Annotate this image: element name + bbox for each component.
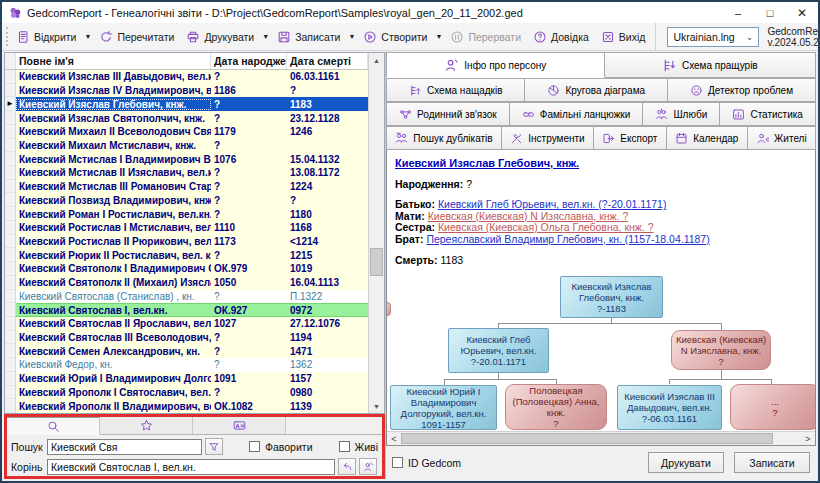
scroll-down-icon[interactable]: ▼ (369, 399, 384, 413)
tab-residents[interactable]: Жителі (748, 126, 816, 150)
table-row[interactable]: Киевский Михаил Мстиславич, кнж.? (5, 139, 368, 153)
create-play-button[interactable]: Створити (357, 25, 433, 49)
table-row[interactable]: Киевский Михаил II Всеволодович Святой, … (5, 125, 368, 139)
relation-person-link[interactable]: Киевская (Киевская) Ольга Глебовна, кнж.… (438, 221, 654, 233)
table-row[interactable]: Киевский Ростислав I Мстиславич, вел. кн… (5, 221, 368, 235)
cell-deathdate: 1362 (287, 359, 368, 370)
table-row[interactable]: Киевский Семен Александрович, кн.?1471 (5, 344, 368, 358)
tab-descendants-chart[interactable]: Схема нащадків (386, 78, 525, 102)
tab-ancestors-chart[interactable]: Схема пращурів (605, 52, 816, 78)
save-button[interactable]: Записати (734, 452, 810, 473)
table-row[interactable]: Киевский Изяслав III Давыдович, вел.кн.?… (5, 70, 368, 84)
tree-person-dates: ? (772, 407, 777, 418)
diagram-horizontal-scrollbar[interactable]: < > (387, 431, 815, 445)
table-row[interactable]: Киевский Святослав (Станислав) , кн.?П.1… (5, 290, 368, 304)
help-button[interactable]: Довідка (527, 25, 595, 49)
tab-marriages[interactable]: Шлюби (643, 102, 720, 126)
table-row[interactable]: Киевский Мстислав III Романович Старый, … (5, 180, 368, 194)
search-panel-tab-alphabet[interactable] (193, 417, 286, 434)
dropdown-arrow-icon[interactable]: ▼ (260, 33, 271, 40)
cell-deathdate: 1168 (287, 222, 368, 233)
scroll-thumb[interactable] (370, 248, 383, 276)
minimize-button[interactable]: – (722, 3, 754, 22)
scroll-right-icon[interactable]: > (801, 432, 815, 445)
filter-button[interactable] (205, 438, 223, 455)
alive-checkbox[interactable] (339, 441, 350, 452)
print-button[interactable]: Друкувати (648, 452, 724, 473)
tab-duplicates[interactable]: Пошук дублікатів (386, 126, 502, 150)
table-row[interactable]: Киевский Святополк II (Михаил) Изяславич… (5, 276, 368, 290)
tree-person-box[interactable]: Киевский Изяслав III Давыдович, вел.кн.?… (617, 385, 722, 430)
tree-person-box[interactable]: Киевская (Киевская) N Изяславна, кнж.? (671, 330, 771, 370)
table-row[interactable]: Киевский Ярополк II Владимирович, вел.кн… (5, 399, 368, 413)
column-header-deathdate[interactable]: Дата смерті (287, 53, 368, 69)
table-row[interactable]: Киевский Изяслав Святополчич, кнж.?23.12… (5, 111, 368, 125)
tab-person-info[interactable]: Інфо про персону (386, 52, 605, 78)
goto-root-button[interactable] (359, 458, 377, 475)
abort-pause-button[interactable]: Перервати (444, 25, 527, 49)
search-panel-tab-star[interactable] (100, 417, 193, 434)
table-row[interactable]: Киевский Святополк I Владимирович Окаянн… (5, 262, 368, 276)
tab-label: Детектор проблем (708, 85, 793, 96)
person-name-link[interactable]: Киевский Изяслав Глебович, кнж. (395, 157, 579, 169)
table-row[interactable]: Киевский Федор, кн.?1362 (5, 358, 368, 372)
table-row[interactable]: Киевский Ростислав II Рюрикович, вел.кн.… (5, 235, 368, 249)
table-row[interactable]: Киевский Изяслав IV Владимирович, вел.кн… (5, 84, 368, 98)
tab-problem-detector[interactable]: Детектор проблем (668, 78, 816, 102)
scroll-left-icon[interactable]: < (387, 432, 401, 445)
tree-person-box[interactable]: Киевский Глеб Юрьевич, вел.кн.?-20.01.11… (448, 328, 549, 373)
tab-circle-diagram[interactable]: Кругова діаграма (525, 78, 668, 102)
table-row[interactable]: Киевский Ярополк I Святославич, вел.кн.?… (5, 386, 368, 400)
relation-person-link[interactable]: Киевская (Киевская) N Изяславна, кнж. ? (428, 210, 629, 222)
tab-tools[interactable]: Інструменти (502, 126, 594, 150)
column-header-fullname[interactable]: Повне ім'я (16, 53, 211, 69)
tab-label: Жителі (774, 133, 807, 144)
refresh-button[interactable]: Перечитати (93, 25, 180, 49)
table-row[interactable]: ►Киевский Изяслав Глебович, кнж.?1183 (5, 97, 368, 111)
relations-list: Батько: Киевский Глеб Юрьевич, вел.кн. (… (395, 199, 815, 245)
column-header-birthdate[interactable]: Дата народження (211, 53, 287, 69)
search-panel-tabs (7, 417, 382, 435)
save-button[interactable]: Записати (271, 25, 346, 49)
cell-deathdate: 27.12.1076 (287, 318, 368, 329)
table-row[interactable]: Киевский Мстислав I Владимирович Великий… (5, 152, 368, 166)
table-row[interactable]: Киевский Позвизд Владимирович, кнж.?? (5, 193, 368, 207)
set-root-button[interactable] (338, 458, 356, 475)
tree-person-box[interactable]: ...? (730, 384, 816, 430)
table-row[interactable]: Киевский Рюрик II Ростиславич, вел. кн.?… (5, 248, 368, 262)
tab-calendar[interactable]: Календар (667, 126, 748, 150)
table-row[interactable]: Киевский Юрий I Владимирович Долгорукий,… (5, 372, 368, 386)
tab-export[interactable]: Експорт (594, 126, 667, 150)
tree-person-box[interactable]: Киевский Юрий I Владимирович Долгорукий,… (390, 385, 497, 430)
relation-person-link[interactable]: Переяславский Владимир Глебович, кн. (11… (426, 233, 709, 245)
tree-person-box[interactable]: Киевский Изяслав Глебович, кнж.?-1183 (560, 276, 663, 318)
table-row[interactable]: Киевский Роман I Ростиславич, вел.кн.?11… (5, 207, 368, 221)
maximize-button[interactable]: □ (754, 3, 786, 22)
cell-fullname: Киевский Изяслав Глебович, кнж. (16, 99, 211, 110)
dropdown-arrow-icon[interactable]: ▼ (346, 33, 357, 40)
relation-person-link[interactable]: Киевский Глеб Юрьевич, вел.кн. (?-20.01.… (438, 198, 666, 210)
table-row[interactable]: Киевский Святослав II Ярославич, вел.кн.… (5, 317, 368, 331)
dropdown-arrow-icon[interactable]: ▼ (82, 33, 93, 40)
tab-family-link[interactable]: Родинний зв'язок (386, 102, 510, 126)
tree-person-box[interactable]: Половецкая (Половецкая) Анна, кнж.? (505, 384, 607, 430)
favorites-checkbox[interactable] (249, 441, 260, 452)
hscroll-thumb[interactable] (401, 433, 773, 444)
root-person-input[interactable] (47, 459, 335, 475)
scroll-up-icon[interactable]: ▲ (369, 53, 384, 67)
printer-button[interactable]: Друкувати (180, 25, 260, 49)
table-row[interactable]: Киевский Святослав III Всеволодович, вел… (5, 331, 368, 345)
exit-button[interactable]: Вихід (595, 25, 652, 49)
close-button[interactable]: ✕ (786, 3, 818, 22)
tab-statistics[interactable]: Статистика (720, 102, 816, 126)
table-vertical-scrollbar[interactable]: ▲ ▼ (368, 53, 384, 413)
tab-chains[interactable]: Фамільні ланцюжки (510, 102, 644, 126)
dropdown-arrow-icon[interactable]: ▼ (433, 33, 444, 40)
table-row[interactable]: Киевский Мстислав II Изяславич, вел.кн.?… (5, 166, 368, 180)
search-panel-tab-search[interactable] (7, 417, 100, 435)
search-input[interactable] (47, 439, 202, 455)
language-select[interactable]: Ukrainian.lng ⌄ (667, 27, 759, 47)
open-document-button[interactable]: Відкрити (10, 25, 82, 49)
table-row[interactable]: Киевский Святослав I, вел.кн.ОК.9270972 (5, 303, 368, 317)
id-gedcom-checkbox[interactable] (392, 457, 403, 468)
